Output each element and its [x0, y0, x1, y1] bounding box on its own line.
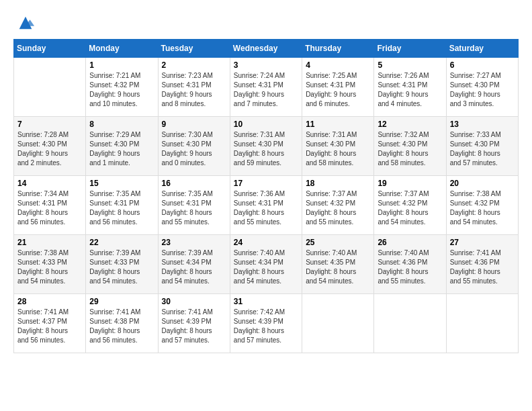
- day-info: Sunrise: 7:28 AM Sunset: 4:30 PM Dayligh…: [17, 130, 82, 168]
- day-header-sunday: Sunday: [14, 40, 86, 58]
- day-number: 16: [162, 179, 226, 188]
- day-header-tuesday: Tuesday: [158, 40, 230, 58]
- calendar-cell: 18Sunrise: 7:37 AM Sunset: 4:32 PM Dayli…: [302, 176, 374, 235]
- day-number: 20: [450, 179, 515, 188]
- calendar-cell: 7Sunrise: 7:28 AM Sunset: 4:30 PM Daylig…: [14, 117, 86, 176]
- day-number: 4: [306, 60, 370, 70]
- calendar-cell: 19Sunrise: 7:37 AM Sunset: 4:32 PM Dayli…: [374, 176, 446, 235]
- day-info: Sunrise: 7:33 AM Sunset: 4:30 PM Dayligh…: [450, 130, 515, 168]
- day-number: 6: [450, 60, 515, 70]
- day-info: Sunrise: 7:38 AM Sunset: 4:32 PM Dayligh…: [450, 189, 515, 227]
- day-number: 9: [162, 120, 226, 129]
- day-number: 14: [17, 179, 82, 188]
- day-info: Sunrise: 7:35 AM Sunset: 4:31 PM Dayligh…: [162, 189, 226, 227]
- calendar-cell: 2Sunrise: 7:23 AM Sunset: 4:31 PM Daylig…: [158, 58, 230, 117]
- day-number: 19: [378, 179, 442, 188]
- logo: [13, 13, 35, 32]
- day-info: Sunrise: 7:41 AM Sunset: 4:38 PM Dayligh…: [89, 308, 154, 345]
- calendar-week-row: 14Sunrise: 7:34 AM Sunset: 4:31 PM Dayli…: [14, 176, 519, 235]
- calendar-cell: 8Sunrise: 7:29 AM Sunset: 4:30 PM Daylig…: [86, 117, 158, 176]
- day-info: Sunrise: 7:40 AM Sunset: 4:35 PM Dayligh…: [306, 248, 370, 286]
- calendar-cell: 4Sunrise: 7:25 AM Sunset: 4:31 PM Daylig…: [302, 58, 374, 117]
- calendar-week-row: 1Sunrise: 7:21 AM Sunset: 4:32 PM Daylig…: [14, 58, 519, 117]
- day-number: 21: [17, 238, 82, 247]
- day-info: Sunrise: 7:27 AM Sunset: 4:30 PM Dayligh…: [450, 71, 515, 109]
- calendar-cell: 31Sunrise: 7:42 AM Sunset: 4:39 PM Dayli…: [230, 294, 302, 353]
- calendar-week-row: 21Sunrise: 7:38 AM Sunset: 4:33 PM Dayli…: [14, 235, 519, 294]
- calendar-cell: [446, 294, 518, 353]
- day-number: 12: [378, 120, 442, 129]
- day-number: 11: [306, 120, 370, 129]
- day-info: Sunrise: 7:26 AM Sunset: 4:31 PM Dayligh…: [378, 71, 442, 109]
- day-number: 25: [306, 238, 370, 247]
- day-info: Sunrise: 7:31 AM Sunset: 4:30 PM Dayligh…: [306, 130, 370, 168]
- calendar-cell: 3Sunrise: 7:24 AM Sunset: 4:31 PM Daylig…: [230, 58, 302, 117]
- day-number: 24: [234, 238, 298, 247]
- day-info: Sunrise: 7:30 AM Sunset: 4:30 PM Dayligh…: [162, 130, 226, 168]
- calendar-cell: 22Sunrise: 7:39 AM Sunset: 4:33 PM Dayli…: [86, 235, 158, 294]
- day-number: 27: [450, 238, 515, 247]
- calendar-cell: 21Sunrise: 7:38 AM Sunset: 4:33 PM Dayli…: [14, 235, 86, 294]
- calendar-header-row: SundayMondayTuesdayWednesdayThursdayFrid…: [14, 40, 519, 58]
- day-number: 17: [234, 179, 298, 188]
- calendar-week-row: 7Sunrise: 7:28 AM Sunset: 4:30 PM Daylig…: [14, 117, 519, 176]
- day-number: 3: [234, 60, 298, 70]
- day-header-monday: Monday: [86, 40, 158, 58]
- day-info: Sunrise: 7:29 AM Sunset: 4:30 PM Dayligh…: [89, 130, 154, 168]
- calendar-cell: 28Sunrise: 7:41 AM Sunset: 4:37 PM Dayli…: [14, 294, 86, 353]
- calendar-cell: 13Sunrise: 7:33 AM Sunset: 4:30 PM Dayli…: [446, 117, 518, 176]
- day-info: Sunrise: 7:39 AM Sunset: 4:33 PM Dayligh…: [89, 248, 154, 286]
- calendar-cell: [14, 58, 86, 117]
- page-header: [13, 13, 519, 32]
- day-number: 5: [378, 60, 442, 70]
- calendar-cell: 11Sunrise: 7:31 AM Sunset: 4:30 PM Dayli…: [302, 117, 374, 176]
- day-number: 8: [89, 120, 154, 129]
- calendar-cell: 14Sunrise: 7:34 AM Sunset: 4:31 PM Dayli…: [14, 176, 86, 235]
- day-info: Sunrise: 7:41 AM Sunset: 4:37 PM Dayligh…: [17, 308, 82, 345]
- day-info: Sunrise: 7:38 AM Sunset: 4:33 PM Dayligh…: [17, 248, 82, 286]
- day-info: Sunrise: 7:21 AM Sunset: 4:32 PM Dayligh…: [89, 71, 154, 109]
- calendar-cell: [302, 294, 374, 353]
- day-info: Sunrise: 7:39 AM Sunset: 4:34 PM Dayligh…: [162, 248, 226, 286]
- day-info: Sunrise: 7:34 AM Sunset: 4:31 PM Dayligh…: [17, 189, 82, 227]
- day-info: Sunrise: 7:40 AM Sunset: 4:34 PM Dayligh…: [234, 248, 298, 286]
- calendar-cell: 26Sunrise: 7:40 AM Sunset: 4:36 PM Dayli…: [374, 235, 446, 294]
- day-info: Sunrise: 7:37 AM Sunset: 4:32 PM Dayligh…: [306, 189, 370, 227]
- day-number: 13: [450, 120, 515, 129]
- day-header-saturday: Saturday: [446, 40, 518, 58]
- calendar-cell: 15Sunrise: 7:35 AM Sunset: 4:31 PM Dayli…: [86, 176, 158, 235]
- day-number: 28: [17, 297, 82, 306]
- day-number: 2: [162, 60, 226, 70]
- day-number: 1: [89, 60, 154, 70]
- day-number: 31: [234, 297, 298, 306]
- day-header-wednesday: Wednesday: [230, 40, 302, 58]
- day-header-thursday: Thursday: [302, 40, 374, 58]
- day-number: 15: [89, 179, 154, 188]
- calendar-cell: 5Sunrise: 7:26 AM Sunset: 4:31 PM Daylig…: [374, 58, 446, 117]
- calendar-cell: 1Sunrise: 7:21 AM Sunset: 4:32 PM Daylig…: [86, 58, 158, 117]
- day-info: Sunrise: 7:36 AM Sunset: 4:31 PM Dayligh…: [234, 189, 298, 227]
- calendar-table: SundayMondayTuesdayWednesdayThursdayFrid…: [13, 39, 519, 353]
- calendar-week-row: 28Sunrise: 7:41 AM Sunset: 4:37 PM Dayli…: [14, 294, 519, 353]
- calendar-cell: 16Sunrise: 7:35 AM Sunset: 4:31 PM Dayli…: [158, 176, 230, 235]
- day-header-friday: Friday: [374, 40, 446, 58]
- day-info: Sunrise: 7:41 AM Sunset: 4:36 PM Dayligh…: [450, 248, 515, 286]
- calendar-cell: 30Sunrise: 7:41 AM Sunset: 4:39 PM Dayli…: [158, 294, 230, 353]
- day-number: 18: [306, 179, 370, 188]
- calendar-cell: 10Sunrise: 7:31 AM Sunset: 4:30 PM Dayli…: [230, 117, 302, 176]
- day-info: Sunrise: 7:37 AM Sunset: 4:32 PM Dayligh…: [378, 189, 442, 227]
- day-info: Sunrise: 7:23 AM Sunset: 4:31 PM Dayligh…: [162, 71, 226, 109]
- calendar-cell: 17Sunrise: 7:36 AM Sunset: 4:31 PM Dayli…: [230, 176, 302, 235]
- day-number: 29: [89, 297, 154, 306]
- calendar-cell: 24Sunrise: 7:40 AM Sunset: 4:34 PM Dayli…: [230, 235, 302, 294]
- day-info: Sunrise: 7:24 AM Sunset: 4:31 PM Dayligh…: [234, 71, 298, 109]
- calendar-cell: 20Sunrise: 7:38 AM Sunset: 4:32 PM Dayli…: [446, 176, 518, 235]
- calendar-cell: 6Sunrise: 7:27 AM Sunset: 4:30 PM Daylig…: [446, 58, 518, 117]
- day-number: 30: [162, 297, 226, 306]
- day-info: Sunrise: 7:25 AM Sunset: 4:31 PM Dayligh…: [306, 71, 370, 109]
- day-info: Sunrise: 7:35 AM Sunset: 4:31 PM Dayligh…: [89, 189, 154, 227]
- day-info: Sunrise: 7:41 AM Sunset: 4:39 PM Dayligh…: [162, 308, 226, 345]
- calendar-cell: 25Sunrise: 7:40 AM Sunset: 4:35 PM Dayli…: [302, 235, 374, 294]
- day-number: 7: [17, 120, 82, 129]
- day-number: 22: [89, 238, 154, 247]
